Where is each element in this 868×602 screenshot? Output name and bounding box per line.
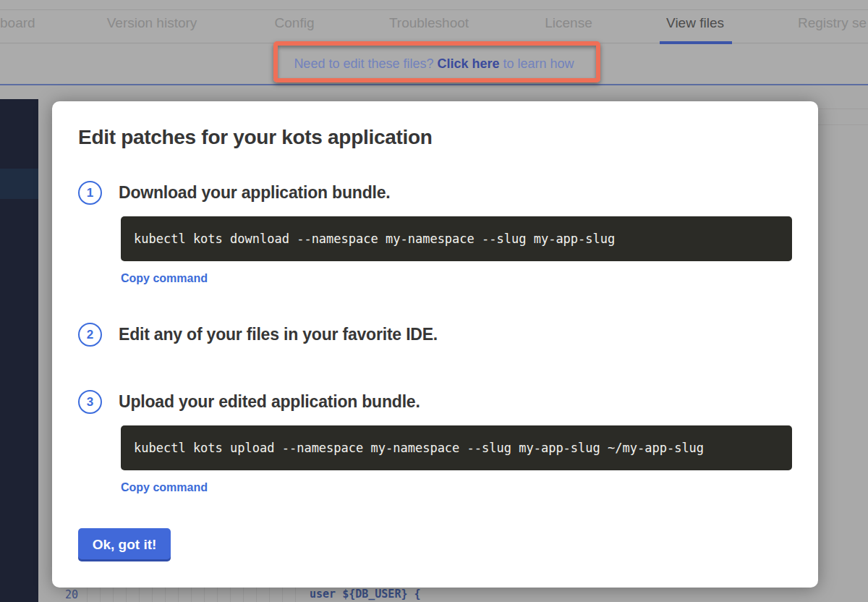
banner-text-prefix: Need to edit these files?	[294, 56, 437, 71]
banner-text-suffix: to learn how	[500, 56, 574, 71]
copy-download-command-link[interactable]: Copy command	[121, 272, 208, 285]
upload-command-block: kubectl kots upload --namespace my-names…	[121, 425, 792, 470]
download-command-block: kubectl kots download --namespace my-nam…	[121, 216, 792, 261]
editor-indent-guides	[87, 588, 304, 602]
tab-registry-settings[interactable]: Registry se	[798, 0, 867, 43]
step-2-number-badge: 2	[78, 323, 102, 347]
step-3-row: 3 Upload your edited application bundle.	[78, 390, 792, 414]
step-2-row: 2 Edit any of your files in your favorit…	[78, 323, 792, 347]
file-tree-sidebar	[0, 99, 38, 602]
app-nav-tab-bar: board Version history Config Troubleshoo…	[0, 0, 868, 43]
file-tree-selected-item	[0, 169, 38, 199]
edit-files-banner: Need to edit these files? Click here to …	[0, 44, 868, 85]
banner-click-here-link[interactable]: Click here	[438, 56, 500, 71]
tab-troubleshoot[interactable]: Troubleshoot	[389, 0, 469, 43]
modal-title: Edit patches for your kots application	[78, 126, 792, 149]
step-1-row: 1 Download your application bundle.	[78, 181, 792, 205]
tab-version-history[interactable]: Version history	[107, 0, 197, 43]
background-divider-line	[818, 109, 868, 109]
editor-line-number: 20	[65, 588, 78, 601]
ok-got-it-button[interactable]: Ok, got it!	[78, 528, 171, 561]
step-3-number-badge: 3	[78, 390, 102, 414]
tab-dashboard[interactable]: board	[0, 0, 35, 43]
code-editor-fragment: 20 user ${DB_USER} {	[0, 588, 868, 602]
tab-config[interactable]: Config	[275, 0, 315, 43]
tab-license[interactable]: License	[545, 0, 592, 43]
copy-upload-command-link[interactable]: Copy command	[121, 481, 208, 494]
step-1-number-badge: 1	[78, 181, 102, 205]
step-2-heading: Edit any of your files in your favorite …	[119, 325, 438, 344]
edit-patches-modal: Edit patches for your kots application 1…	[52, 101, 818, 588]
step-1-heading: Download your application bundle.	[119, 183, 390, 203]
step-3-heading: Upload your edited application bundle.	[119, 392, 420, 412]
tab-view-files[interactable]: View files	[666, 0, 724, 43]
editor-code-line: user ${DB_USER} {	[310, 588, 421, 601]
background-divider-line	[818, 124, 868, 125]
